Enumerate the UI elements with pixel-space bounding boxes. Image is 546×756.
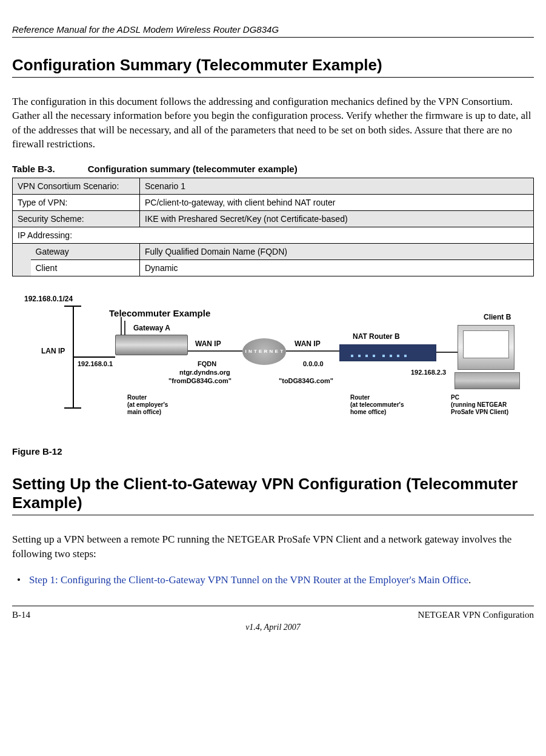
client-b-monitor-icon [458, 325, 514, 370]
footer-version: v1.4, April 2007 [12, 623, 534, 632]
client-b-label: Client B [484, 313, 511, 321]
body-paragraph: Setting up a VPN between a remote PC run… [12, 532, 534, 561]
table-row: Security Scheme:IKE with Preshared Secre… [13, 210, 534, 227]
note-b2: (at telecommuter's [350, 401, 404, 408]
note-c3: ProSafe VPN Client) [451, 409, 508, 415]
wan-ip-label-a: WAN IP [195, 340, 221, 348]
lan-segment [12, 306, 85, 409]
note-a3: main office) [127, 409, 161, 415]
fqdn-label: FQDN [198, 360, 216, 367]
wan-ip-label-b: WAN IP [295, 340, 321, 348]
note-c2: (running NETGEAR [451, 401, 507, 408]
table-row: Type of VPN:PC/client-to-gateway, with c… [13, 194, 534, 210]
table-number: Table B-3. [12, 164, 55, 174]
wire-icon [188, 350, 242, 352]
footer-page-num: B-14 [12, 610, 30, 620]
fqdn-value: ntgr.dyndns.org [179, 369, 230, 376]
diagram-title: Telecommuter Example [109, 308, 210, 318]
note-a1: Router [127, 394, 147, 401]
client-b-base-icon [454, 372, 520, 389]
cell-key: Type of VPN: [13, 194, 140, 210]
running-header: Reference Manual for the ADSL Modem Wire… [12, 24, 534, 38]
note-c1: PC [451, 394, 459, 401]
cell-key: IP Addressing: [13, 227, 534, 243]
lan-ip-value: 192.168.0.1 [78, 360, 113, 367]
cell-key: Client [31, 259, 140, 276]
cell-val: PC/client-to-gateway, with client behind… [140, 194, 534, 210]
list-item: Step 1: Configuring the Client-to-Gatewa… [12, 573, 534, 587]
cloud-label: I N T E R N E T [242, 338, 286, 365]
gateway-a-icon [115, 335, 188, 355]
nat-router-b-icon [339, 344, 436, 361]
subnet-label: 192.168.0.1/24 [24, 295, 73, 303]
table-row: IP Addressing: [13, 227, 534, 243]
cell-key: Security Scheme: [13, 210, 140, 227]
note-a2: (at employer's [127, 401, 168, 408]
footer-section: NETGEAR VPN Configuration [418, 610, 534, 620]
indent-cell [13, 243, 31, 276]
table-title: Configuration summary (telecommuter exam… [88, 164, 298, 174]
step1-suffix: . [468, 574, 471, 586]
from-name: "fromDG834G.com" [168, 377, 231, 384]
to-name: "toDG834G.com" [279, 377, 333, 384]
internet-cloud-icon: I N T E R N E T [242, 338, 286, 365]
wan-ip-b-value: 0.0.0.0 [303, 360, 324, 367]
lan-ip-label: LAN IP [41, 347, 65, 355]
note-b1: Router [350, 394, 370, 401]
cell-val: Fully Qualified Domain Name (FQDN) [140, 243, 534, 259]
section-heading: Setting Up the Client-to-Gateway VPN Con… [12, 475, 534, 512]
step1-link[interactable]: Step 1: Configuring the Client-to-Gatewa… [29, 574, 468, 586]
table-row: GatewayFully Qualified Domain Name (FQDN… [13, 243, 534, 259]
cell-key: VPN Consortium Scenario: [13, 178, 140, 194]
heading-rule [12, 515, 534, 515]
figure-caption: Figure B-12 [12, 446, 534, 457]
cell-val: Dynamic [140, 259, 534, 276]
nat-router-b-label: NAT Router B [353, 332, 400, 341]
config-table: VPN Consortium Scenario:Scenario 1 Type … [12, 178, 534, 276]
gateway-a-label: Gateway A [133, 324, 170, 332]
cell-key: Gateway [31, 243, 140, 259]
network-diagram: 192.168.0.1/24 Telecommuter Example LAN … [12, 295, 533, 440]
wire-icon [286, 350, 339, 352]
note-b3: home office) [350, 409, 386, 415]
cell-val: Scenario 1 [140, 178, 534, 194]
intro-paragraph: The configuration in this document follo… [12, 95, 534, 152]
page-footer: B-14 NETGEAR VPN Configuration [12, 606, 534, 620]
wire-icon [436, 352, 458, 353]
table-caption: Table B-3. Configuration summary (teleco… [12, 164, 534, 174]
cell-val: IKE with Preshared Secret/Key (not Certi… [140, 210, 534, 227]
table-row: ClientDynamic [13, 259, 534, 276]
section-heading: Configuration Summary (Telecommuter Exam… [12, 56, 534, 75]
heading-rule [12, 77, 534, 78]
client-ip-value: 192.168.2.3 [411, 369, 446, 376]
step-list: Step 1: Configuring the Client-to-Gatewa… [12, 573, 534, 587]
table-row: VPN Consortium Scenario:Scenario 1 [13, 178, 534, 194]
